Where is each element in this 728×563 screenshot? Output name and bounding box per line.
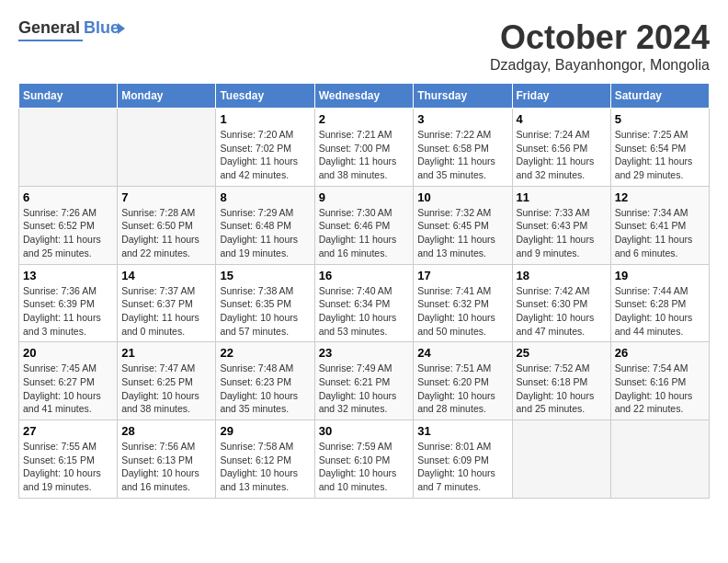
- day-number: 17: [417, 269, 507, 282]
- day-number: 14: [121, 269, 211, 282]
- calendar-cell: [512, 420, 610, 499]
- cell-content: Sunrise: 7:28 AM Sunset: 6:50 PM Dayligh…: [121, 206, 211, 260]
- day-number: 1: [220, 112, 310, 126]
- day-number: 30: [319, 424, 410, 438]
- day-number: 28: [121, 424, 211, 438]
- day-number: 10: [417, 190, 507, 204]
- calendar-cell: 11Sunrise: 7:33 AM Sunset: 6:43 PM Dayli…: [512, 186, 610, 264]
- calendar-cell: 25Sunrise: 7:52 AM Sunset: 6:18 PM Dayli…: [512, 342, 610, 420]
- logo-arrow-icon: [118, 23, 125, 34]
- cell-content: Sunrise: 7:33 AM Sunset: 6:43 PM Dayligh…: [517, 206, 607, 260]
- cell-content: Sunrise: 7:52 AM Sunset: 6:18 PM Dayligh…: [517, 362, 607, 416]
- day-number: 11: [517, 190, 607, 204]
- week-row-4: 20Sunrise: 7:45 AM Sunset: 6:27 PM Dayli…: [19, 342, 710, 420]
- cell-content: Sunrise: 7:47 AM Sunset: 6:25 PM Dayligh…: [121, 362, 211, 416]
- header-tuesday: Tuesday: [216, 84, 314, 109]
- calendar-cell: 24Sunrise: 7:51 AM Sunset: 6:20 PM Dayli…: [414, 342, 512, 420]
- day-number: 13: [23, 269, 113, 282]
- calendar-cell: 16Sunrise: 7:40 AM Sunset: 6:34 PM Dayli…: [314, 264, 414, 342]
- day-number: 31: [417, 424, 507, 438]
- location-text: Dzadgay, Bayanhongor, Mongolia: [490, 57, 710, 74]
- calendar-cell: [19, 109, 118, 187]
- cell-content: Sunrise: 7:32 AM Sunset: 6:45 PM Dayligh…: [417, 206, 507, 260]
- calendar-cell: 28Sunrise: 7:56 AM Sunset: 6:13 PM Dayli…: [118, 420, 216, 499]
- header-friday: Friday: [512, 84, 610, 109]
- day-number: 6: [23, 190, 113, 204]
- calendar-cell: 19Sunrise: 7:44 AM Sunset: 6:28 PM Dayli…: [610, 264, 709, 342]
- cell-content: Sunrise: 7:41 AM Sunset: 6:32 PM Dayligh…: [417, 284, 507, 339]
- day-number: 27: [23, 424, 113, 438]
- day-number: 23: [319, 346, 410, 360]
- day-number: 3: [417, 112, 507, 126]
- calendar-cell: 9Sunrise: 7:30 AM Sunset: 6:46 PM Daylig…: [314, 186, 414, 264]
- day-number: 16: [319, 269, 410, 282]
- day-number: 12: [615, 190, 705, 204]
- cell-content: Sunrise: 7:25 AM Sunset: 6:54 PM Dayligh…: [615, 128, 705, 182]
- cell-content: Sunrise: 7:54 AM Sunset: 6:16 PM Dayligh…: [615, 362, 705, 416]
- day-number: 21: [121, 346, 211, 360]
- cell-content: Sunrise: 7:29 AM Sunset: 6:48 PM Dayligh…: [220, 206, 310, 260]
- cell-content: Sunrise: 7:44 AM Sunset: 6:28 PM Dayligh…: [615, 284, 705, 339]
- calendar-cell: 6Sunrise: 7:26 AM Sunset: 6:52 PM Daylig…: [19, 186, 118, 264]
- month-title: October 2024: [490, 18, 710, 57]
- logo-underline: [18, 40, 83, 41]
- day-number: 22: [220, 346, 310, 360]
- cell-content: Sunrise: 7:24 AM Sunset: 6:56 PM Dayligh…: [517, 128, 607, 182]
- title-section: October 2024 Dzadgay, Bayanhongor, Mongo…: [490, 18, 710, 74]
- day-number: 18: [517, 269, 607, 282]
- header-monday: Monday: [118, 84, 216, 109]
- cell-content: Sunrise: 8:01 AM Sunset: 6:09 PM Dayligh…: [417, 440, 507, 494]
- cell-content: Sunrise: 7:34 AM Sunset: 6:41 PM Dayligh…: [615, 206, 705, 260]
- calendar-cell: 22Sunrise: 7:48 AM Sunset: 6:23 PM Dayli…: [216, 342, 314, 420]
- header-thursday: Thursday: [414, 84, 512, 109]
- cell-content: Sunrise: 7:26 AM Sunset: 6:52 PM Dayligh…: [23, 206, 113, 260]
- calendar-cell: 27Sunrise: 7:55 AM Sunset: 6:15 PM Dayli…: [19, 420, 118, 499]
- header-wednesday: Wednesday: [314, 84, 414, 109]
- cell-content: Sunrise: 7:38 AM Sunset: 6:35 PM Dayligh…: [220, 284, 310, 339]
- calendar-cell: 4Sunrise: 7:24 AM Sunset: 6:56 PM Daylig…: [512, 109, 610, 187]
- cell-content: Sunrise: 7:55 AM Sunset: 6:15 PM Dayligh…: [23, 440, 113, 494]
- day-number: 8: [220, 190, 310, 204]
- logo-general-text: General: [18, 18, 80, 38]
- calendar-cell: 26Sunrise: 7:54 AM Sunset: 6:16 PM Dayli…: [610, 342, 709, 420]
- cell-content: Sunrise: 7:22 AM Sunset: 6:58 PM Dayligh…: [417, 128, 507, 182]
- cell-content: Sunrise: 7:51 AM Sunset: 6:20 PM Dayligh…: [417, 362, 507, 416]
- day-number: 19: [615, 269, 705, 282]
- calendar-cell: [610, 420, 709, 499]
- cell-content: Sunrise: 7:40 AM Sunset: 6:34 PM Dayligh…: [319, 284, 410, 339]
- day-number: 29: [220, 424, 310, 438]
- calendar-cell: 13Sunrise: 7:36 AM Sunset: 6:39 PM Dayli…: [19, 264, 118, 342]
- header-row: SundayMondayTuesdayWednesdayThursdayFrid…: [19, 84, 710, 109]
- cell-content: Sunrise: 7:58 AM Sunset: 6:12 PM Dayligh…: [220, 440, 310, 494]
- cell-content: Sunrise: 7:20 AM Sunset: 7:02 PM Dayligh…: [220, 128, 310, 182]
- day-number: 26: [615, 346, 705, 360]
- calendar-cell: 20Sunrise: 7:45 AM Sunset: 6:27 PM Dayli…: [19, 342, 118, 420]
- calendar-cell: 15Sunrise: 7:38 AM Sunset: 6:35 PM Dayli…: [216, 264, 314, 342]
- calendar-cell: 12Sunrise: 7:34 AM Sunset: 6:41 PM Dayli…: [610, 186, 709, 264]
- calendar-cell: 1Sunrise: 7:20 AM Sunset: 7:02 PM Daylig…: [216, 109, 314, 187]
- calendar-cell: [118, 109, 216, 187]
- cell-content: Sunrise: 7:45 AM Sunset: 6:27 PM Dayligh…: [23, 362, 113, 416]
- header-saturday: Saturday: [610, 84, 709, 109]
- header-sunday: Sunday: [19, 84, 118, 109]
- week-row-1: 1Sunrise: 7:20 AM Sunset: 7:02 PM Daylig…: [19, 109, 710, 187]
- calendar-cell: 31Sunrise: 8:01 AM Sunset: 6:09 PM Dayli…: [414, 420, 512, 499]
- calendar-cell: 21Sunrise: 7:47 AM Sunset: 6:25 PM Dayli…: [118, 342, 216, 420]
- cell-content: Sunrise: 7:49 AM Sunset: 6:21 PM Dayligh…: [319, 362, 410, 416]
- week-row-2: 6Sunrise: 7:26 AM Sunset: 6:52 PM Daylig…: [19, 186, 710, 264]
- day-number: 2: [319, 112, 410, 126]
- page-header: General Blue October 2024 Dzadgay, Bayan…: [18, 18, 710, 74]
- day-number: 9: [319, 190, 410, 204]
- logo: General Blue: [18, 18, 125, 41]
- calendar-cell: 14Sunrise: 7:37 AM Sunset: 6:37 PM Dayli…: [118, 264, 216, 342]
- calendar-cell: 3Sunrise: 7:22 AM Sunset: 6:58 PM Daylig…: [414, 109, 512, 187]
- day-number: 5: [615, 112, 705, 126]
- day-number: 20: [23, 346, 113, 360]
- calendar-cell: 5Sunrise: 7:25 AM Sunset: 6:54 PM Daylig…: [610, 109, 709, 187]
- day-number: 15: [220, 269, 310, 282]
- cell-content: Sunrise: 7:59 AM Sunset: 6:10 PM Dayligh…: [319, 440, 410, 494]
- calendar-cell: 7Sunrise: 7:28 AM Sunset: 6:50 PM Daylig…: [118, 186, 216, 264]
- cell-content: Sunrise: 7:21 AM Sunset: 7:00 PM Dayligh…: [319, 128, 410, 182]
- cell-content: Sunrise: 7:36 AM Sunset: 6:39 PM Dayligh…: [23, 284, 113, 339]
- calendar-cell: 10Sunrise: 7:32 AM Sunset: 6:45 PM Dayli…: [414, 186, 512, 264]
